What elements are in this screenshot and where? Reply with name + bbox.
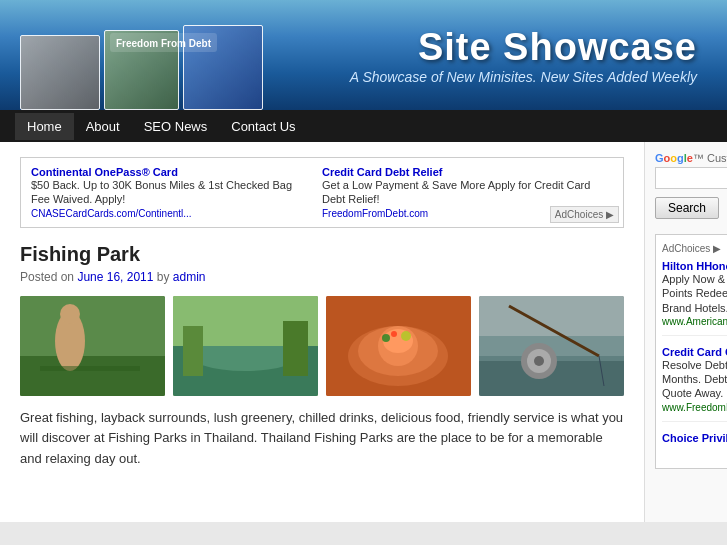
svg-rect-10 [283,321,308,376]
sidebar-ad-2-title[interactable]: Credit Card Consolidation [662,346,727,358]
post-title: Fishing Park [20,243,624,266]
sidebar-ad-2-desc: Resolve Debt In 24 - 48 Months. Debt Rel… [662,358,727,401]
svg-point-17 [401,331,411,341]
search-input[interactable] [655,167,727,189]
sidebar-ad-1-url: www.AmericanExpress.com/Hil... [662,316,727,327]
post-image-1 [20,296,165,396]
site-tagline: A Showcase of New Minisites. New Sites A… [350,69,697,85]
site-header: Freedom From Debt Site Showcase A Showca… [0,0,727,110]
ad-2-url: FreedomFromDebt.com [322,208,428,219]
content-area: Continental OnePass® Card $50 Back. Up t… [0,142,644,522]
post-image-2-inner [173,296,318,396]
site-title: Site Showcase [350,26,697,69]
sidebar-ad-1-desc: Apply Now & Earn Up to 30K Points Redeem… [662,272,727,315]
post-images [20,296,624,396]
nav-about[interactable]: About [74,113,132,140]
ad-1-desc: $50 Back. Up to 30K Bonus Miles & 1st Ch… [31,178,312,207]
sidebar-ad-item-3: Choice Privileges® Reward [662,432,727,452]
sidebar-ad-3-title[interactable]: Choice Privileges® Reward [662,432,727,444]
search-button[interactable]: Search [655,197,719,219]
sidebar-ad-2-url: www.FreedomFromDebtRelief.com [662,402,727,413]
header-text: Site Showcase A Showcase of New Minisite… [350,26,697,85]
ad-1-title[interactable]: Continental OnePass® Card [31,166,178,178]
sidebar-ad-1-title[interactable]: Hilton HHonors® Card [662,260,727,272]
svg-point-3 [60,304,80,324]
post-author[interactable]: admin [173,270,206,284]
nav-contact[interactable]: Contact Us [219,113,307,140]
post-author-prefix: by [157,270,170,284]
post-image-1-inner [20,296,165,396]
sidebar-ad-item-2: Credit Card Consolidation Resolve Debt I… [662,346,727,422]
svg-point-26 [534,356,544,366]
main-wrapper: Continental OnePass® Card $50 Back. Up t… [0,142,727,522]
sidebar: Google™ Custom Search Search AdChoices ▶… [644,142,727,522]
sidebar-search: Google™ Custom Search Search [655,152,727,219]
sidebar-adchoices-label[interactable]: AdChoices ▶ [662,243,721,254]
sidebar-ad-box: AdChoices ▶ ◀ ▶ Hilton HHonors® Card App… [655,234,727,469]
post-image-3-inner [326,296,471,396]
svg-rect-9 [183,326,203,376]
header-images: Freedom From Debt [20,25,263,110]
sidebar-ad-item-1: Hilton HHonors® Card Apply Now & Earn Up… [662,260,727,336]
post-meta-prefix: Posted on [20,270,74,284]
adchoices-badge[interactable]: AdChoices ▶ [550,206,619,223]
sidebar-ad-header: AdChoices ▶ ◀ ▶ [662,241,727,255]
post-image-2 [173,296,318,396]
main-nav: Home About SEO News Contact Us [0,110,727,142]
nav-home[interactable]: Home [15,113,74,140]
post-image-4 [479,296,624,396]
header-image-1 [20,35,100,110]
post-image-3 [326,296,471,396]
svg-rect-4 [40,366,140,371]
svg-point-18 [391,331,397,337]
ad-1-url: CNASECardCards.com/Continentl... [31,208,192,219]
post-date[interactable]: June 16, 2011 [77,270,153,284]
svg-point-16 [382,334,390,342]
search-google-label: Google™ Custom Search [655,152,727,164]
ad-2-title[interactable]: Credit Card Debt Relief [322,166,442,178]
ad-col-1: Continental OnePass® Card $50 Back. Up t… [31,166,322,219]
post-content: Great fishing, layback surrounds, lush g… [20,408,624,470]
header-logo-text: Freedom From Debt [110,33,217,52]
nav-seo-news[interactable]: SEO News [132,113,220,140]
ad-2-desc: Get a Low Payment & Save More Apply for … [322,178,603,207]
post-image-4-inner [479,296,624,396]
ad-banner: Continental OnePass® Card $50 Back. Up t… [20,157,624,228]
post-meta: Posted on June 16, 2011 by admin [20,270,624,284]
svg-rect-1 [20,356,165,396]
